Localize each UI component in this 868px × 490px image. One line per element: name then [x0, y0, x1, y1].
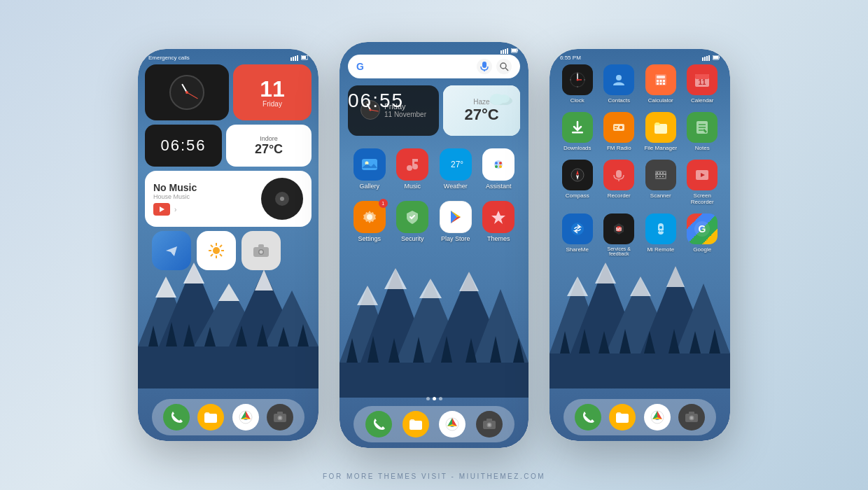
lens-search-icon[interactable]	[496, 59, 512, 74]
svg-point-148	[619, 125, 623, 130]
svg-point-178	[658, 230, 659, 232]
app-shareme[interactable]: ShareMe	[560, 214, 595, 256]
app-services[interactable]: MI Services & feedback	[601, 214, 636, 256]
svg-rect-124	[719, 57, 720, 58]
app-icon-sun[interactable]	[197, 231, 236, 270]
compass-label: Compass	[566, 192, 589, 199]
svg-rect-19	[293, 57, 294, 61]
app-icon-camera[interactable]	[241, 231, 281, 270]
app-filemanager[interactable]: File Manager	[643, 112, 678, 151]
music-title: No Music	[153, 182, 255, 193]
shareme-icon	[562, 214, 593, 244]
app-icon-folder[interactable]	[152, 231, 191, 270]
dock2-files[interactable]	[402, 411, 429, 438]
svg-point-131	[577, 86, 578, 88]
app-google[interactable]: G Google	[685, 214, 720, 256]
app-contacts[interactable]: Contacts	[601, 64, 636, 104]
filemanager-label: File Manager	[644, 145, 677, 151]
app-assistant[interactable]: Assistant	[480, 148, 517, 190]
svg-rect-169	[662, 176, 664, 177]
app-music[interactable]: Music	[394, 148, 430, 190]
dock-files[interactable]	[197, 404, 224, 430]
app-calculator[interactable]: Calculator	[643, 64, 678, 104]
dock3-phone[interactable]	[575, 404, 601, 430]
svg-point-87	[495, 162, 498, 164]
svg-text:11: 11	[699, 78, 707, 86]
svg-marker-7	[218, 284, 239, 301]
status-icons-3	[702, 55, 720, 61]
app-settings[interactable]: 1 Settings	[351, 201, 388, 242]
music-subtitle: House Music	[153, 193, 255, 200]
dock-camera[interactable]	[267, 404, 293, 430]
digital-time: 06:56	[160, 136, 206, 155]
app-gallery[interactable]: Gallery	[351, 148, 388, 190]
dock3-camera[interactable]	[678, 404, 705, 430]
grid-row-3: Compass Recorder Scanner	[556, 160, 723, 205]
app-playstore[interactable]: Play Store	[438, 201, 474, 242]
app-compass[interactable]: Compass	[560, 160, 595, 205]
search-bar[interactable]: G	[348, 55, 520, 78]
app-miremote[interactable]: Mi Remote	[643, 214, 678, 256]
app-fmradio[interactable]: FM Radio	[601, 112, 636, 151]
svg-point-177	[660, 230, 662, 232]
dock3-chrome[interactable]	[644, 404, 671, 430]
svg-rect-138	[659, 80, 662, 82]
dock2-phone[interactable]	[365, 411, 392, 438]
app-recorder[interactable]: Recorder	[601, 160, 636, 205]
music-widget: No Music House Music ›	[145, 171, 312, 227]
svg-rect-166	[662, 172, 664, 174]
phone-1: Emergency calls	[138, 49, 318, 441]
svg-rect-121	[708, 55, 710, 61]
svg-rect-65	[503, 50, 504, 54]
downloads-label: Downloads	[564, 145, 592, 151]
svg-text:G: G	[699, 223, 706, 234]
calendar-widget: 11 Friday	[233, 64, 312, 120]
svg-rect-164	[657, 172, 658, 174]
svg-rect-69	[512, 49, 517, 52]
fmradio-icon	[603, 112, 634, 143]
dot-indicator-2	[340, 397, 528, 400]
svg-rect-119	[704, 57, 706, 61]
screenrecorder-label: Screen Recorder	[685, 192, 720, 205]
svg-rect-70	[517, 50, 518, 51]
widget-row-clock-cal: 11 Friday	[145, 64, 312, 120]
app-weather[interactable]: 27° Weather	[438, 148, 474, 190]
emergency-text: Emergency calls	[148, 55, 190, 61]
gallery-label: Gallery	[359, 183, 379, 190]
app-calendar[interactable]: 11 Calendar	[685, 64, 720, 104]
svg-line-31	[211, 245, 213, 247]
app-themes[interactable]: Themes	[480, 201, 517, 242]
app-security[interactable]: Security	[394, 201, 430, 242]
widget-row-time-weather: 06:56 Indore 27°C	[145, 125, 312, 167]
voice-search-icon[interactable]	[477, 59, 492, 74]
app-notes[interactable]: Notes	[685, 112, 720, 151]
watermark: FOR MORE THEMES VISIT - MIUITHEMEZ.COM	[0, 472, 868, 480]
dock3-files[interactable]	[609, 404, 636, 430]
svg-rect-120	[706, 56, 708, 61]
svg-rect-142	[663, 83, 665, 85]
svg-point-26	[213, 247, 220, 254]
dock2-chrome[interactable]	[439, 411, 465, 438]
dock2-camera[interactable]	[476, 411, 503, 438]
dock-phone[interactable]	[163, 404, 190, 430]
dot-2	[433, 397, 436, 400]
app-screenrecorder[interactable]: Screen Recorder	[685, 160, 720, 205]
phone-3: 6:55 PM Clock	[550, 49, 730, 441]
svg-point-98	[488, 424, 491, 426]
svg-rect-141	[659, 83, 662, 85]
svg-rect-55	[340, 363, 528, 398]
app-downloads[interactable]: Downloads	[560, 112, 595, 151]
clock-app-label: Clock	[570, 97, 584, 104]
app-scanner[interactable]: Scanner	[643, 160, 678, 205]
svg-line-34	[211, 254, 213, 256]
gallery-icon	[354, 148, 386, 181]
dock-1	[152, 399, 304, 435]
vinyl-center	[280, 197, 284, 201]
svg-text:MI: MI	[616, 227, 622, 232]
dock-chrome[interactable]	[232, 404, 259, 430]
youtube-button[interactable]	[153, 203, 170, 216]
svg-marker-53	[419, 279, 442, 298]
security-label: Security	[401, 235, 424, 242]
fmradio-label: FM Radio	[607, 145, 631, 151]
app-clock[interactable]: Clock	[560, 64, 595, 104]
